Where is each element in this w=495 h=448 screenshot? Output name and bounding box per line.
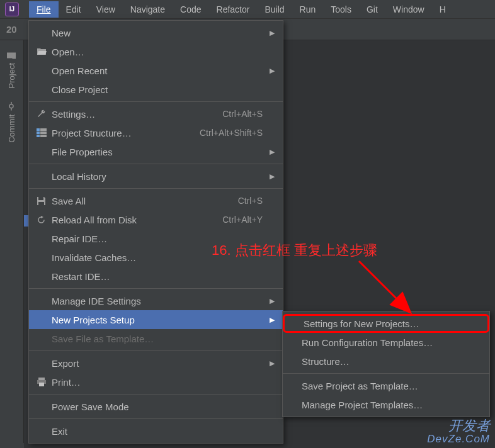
menubar: IJ File Edit View Navigate Code Refactor… (0, 0, 495, 19)
menu-manage-ide-settings[interactable]: Manage IDE Settings ▶ (29, 291, 283, 310)
print-icon (37, 378, 52, 386)
submenu-save-project-template-label: Save Project as Template… (302, 381, 483, 391)
menu-manage-ide-label: Manage IDE Settings (52, 296, 268, 306)
menu-project-structure-label: Project Structure… (52, 128, 200, 138)
folder-icon (8, 52, 16, 59)
chevron-right-icon: ▶ (268, 67, 276, 75)
open-icon (37, 47, 52, 56)
menu-exit[interactable]: Exit (29, 422, 283, 440)
menu-file-properties-label: File Properties (52, 147, 268, 157)
submenu-manage-project-templates-label: Manage Project Templates… (302, 400, 483, 410)
submenu-run-config-templates[interactable]: Run Configuration Templates… (283, 333, 489, 352)
menu-export-label: Export (52, 358, 268, 369)
menu-save-all-label: Save All (52, 196, 238, 206)
menu-save-all-shortcut: Ctrl+S (238, 196, 263, 206)
menu-reload[interactable]: Reload All from Disk Ctrl+Alt+Y (29, 210, 283, 229)
file-menu-dropdown: New ▶ Open… Open Recent ▶ Close Project … (28, 20, 283, 444)
chevron-right-icon: ▶ (268, 172, 276, 181)
svg-rect-11 (38, 378, 45, 380)
menu-close-project-label: Close Project (52, 84, 268, 95)
menu-tools[interactable]: Tools (323, 1, 359, 18)
svg-rect-13 (39, 383, 44, 386)
menu-restart-ide[interactable]: Restart IDE… (29, 267, 283, 286)
svg-rect-10 (38, 202, 44, 205)
menu-project-structure-shortcut: Ctrl+Alt+Shift+S (200, 128, 263, 138)
side-tab-commit-label: Commit (7, 115, 16, 143)
side-tab-project-label: Project (7, 63, 16, 88)
svg-rect-7 (40, 132, 47, 134)
submenu-settings-for-new-label: Settings for New Projects… (304, 318, 481, 329)
menu-window[interactable]: Window (385, 1, 432, 18)
menu-power-save[interactable]: Power Save Mode (29, 397, 283, 416)
chevron-right-icon: ▶ (268, 148, 276, 156)
app-icon: IJ (5, 3, 19, 16)
menu-settings-label: Settings… (52, 109, 222, 120)
menu-file-properties[interactable]: File Properties ▶ (29, 142, 283, 161)
menu-reload-shortcut: Ctrl+Alt+Y (222, 215, 263, 225)
menu-settings[interactable]: Settings… Ctrl+Alt+S (29, 104, 283, 123)
reload-icon (37, 215, 52, 225)
submenu-manage-project-templates[interactable]: Manage Project Templates… (283, 395, 489, 414)
project-label: 20 (6, 24, 17, 35)
submenu-structure[interactable]: Structure… (283, 352, 489, 371)
menu-open-label: Open… (52, 47, 268, 57)
menu-local-history[interactable]: Local History ▶ (29, 167, 283, 186)
menu-git[interactable]: Git (359, 1, 385, 18)
submenu-structure-label: Structure… (302, 356, 483, 367)
chevron-right-icon: ▶ (268, 316, 276, 324)
menu-close-project[interactable]: Close Project (29, 80, 283, 99)
menu-refactor[interactable]: Refactor (209, 1, 258, 18)
menu-new-projects-setup-label: New Projects Setup (52, 315, 268, 325)
menu-print-label: Print… (52, 377, 268, 388)
svg-rect-3 (37, 128, 40, 131)
submenu-settings-for-new-projects[interactable]: Settings for New Projects… (283, 314, 489, 333)
svg-rect-5 (37, 135, 40, 137)
menu-export[interactable]: Export ▶ (29, 354, 283, 372)
menu-new[interactable]: New ▶ (29, 23, 283, 42)
submenu-save-project-as-template[interactable]: Save Project as Template… (283, 376, 489, 395)
menu-new-label: New (52, 28, 268, 38)
chevron-right-icon: ▶ (268, 297, 276, 305)
menu-edit[interactable]: Edit (59, 1, 89, 18)
side-tabs: Project Commit (0, 40, 24, 443)
menu-save-as-template: Save File as Template… (29, 329, 283, 348)
menu-save-all[interactable]: Save All Ctrl+S (29, 191, 283, 210)
menu-print[interactable]: Print… (29, 372, 283, 391)
separator (29, 101, 283, 102)
separator (29, 188, 283, 189)
menu-local-history-label: Local History (52, 171, 268, 182)
save-icon (37, 196, 52, 206)
svg-rect-9 (38, 197, 43, 200)
menu-exit-label: Exit (52, 426, 268, 437)
menu-build[interactable]: Build (257, 1, 292, 18)
menu-open-recent[interactable]: Open Recent ▶ (29, 61, 283, 80)
svg-point-0 (10, 104, 14, 108)
menu-navigate[interactable]: Navigate (123, 1, 173, 18)
menu-open-recent-label: Open Recent (52, 65, 268, 76)
wrench-icon (37, 109, 52, 119)
menu-help[interactable]: H (432, 1, 453, 18)
annotation-text: 16. 点击红框 重复上述步骤 (212, 241, 377, 260)
menu-file[interactable]: File (29, 1, 59, 18)
separator (29, 350, 283, 351)
side-tab-commit[interactable]: Commit (4, 96, 19, 150)
menu-run[interactable]: Run (292, 1, 324, 18)
menu-reload-label: Reload All from Disk (52, 215, 222, 225)
watermark-line2: DevZe.CoM (427, 434, 490, 445)
separator (29, 288, 283, 289)
menu-project-structure[interactable]: Project Structure… Ctrl+Alt+Shift+S (29, 123, 283, 142)
new-projects-setup-submenu: Settings for New Projects… Run Configura… (282, 311, 490, 417)
menu-power-save-label: Power Save Mode (52, 401, 268, 412)
side-tab-project[interactable]: Project (4, 44, 19, 96)
menu-open[interactable]: Open… (29, 42, 283, 61)
separator (29, 164, 283, 164)
watermark-line1: 开发者 (427, 418, 490, 434)
menu-view[interactable]: View (89, 1, 123, 18)
menu-settings-shortcut: Ctrl+Alt+S (222, 109, 263, 119)
menu-code[interactable]: Code (173, 1, 208, 18)
menu-restart-ide-label: Restart IDE… (52, 271, 268, 282)
submenu-run-config-label: Run Configuration Templates… (302, 337, 483, 348)
svg-rect-6 (40, 128, 47, 131)
menu-save-as-template-label: Save File as Template… (52, 333, 268, 344)
menu-new-projects-setup[interactable]: New Projects Setup ▶ (29, 310, 283, 329)
